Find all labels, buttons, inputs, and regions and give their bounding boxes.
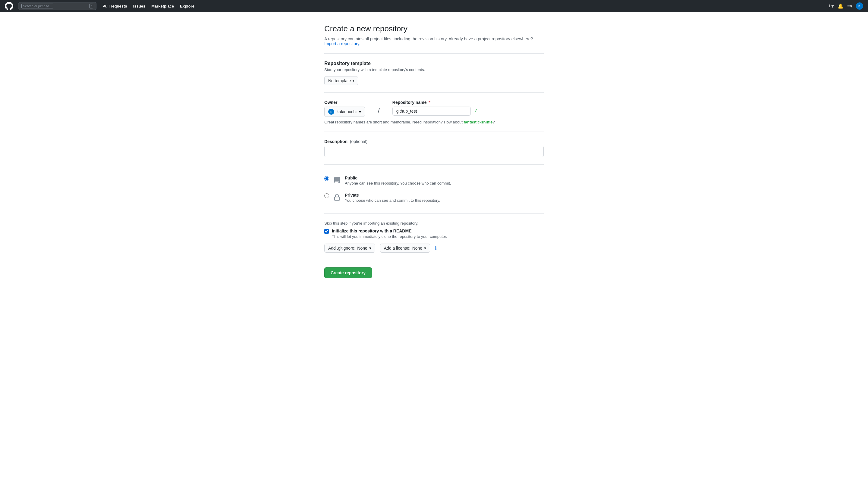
public-title: Public xyxy=(345,175,451,181)
gitignore-value: None xyxy=(357,246,367,251)
owner-name-text: kakinouchi xyxy=(337,109,357,114)
owner-dropdown-arrow: ▾ xyxy=(359,109,361,114)
page-subtitle: A repository contains all project files,… xyxy=(324,36,544,46)
plus-button[interactable]: +▾ xyxy=(828,3,834,9)
inbox-button[interactable]: ≡▾ xyxy=(847,3,852,9)
public-option: Public Anyone can see this repository. Y… xyxy=(324,172,544,189)
public-desc: Anyone can see this repository. You choo… xyxy=(345,181,451,186)
owner-label: Owner xyxy=(324,100,365,105)
license-arrow: ▾ xyxy=(424,246,426,251)
divider-1 xyxy=(324,53,544,54)
license-info-icon[interactable]: ℹ xyxy=(435,245,437,251)
private-icon xyxy=(332,193,342,202)
readme-checkbox-desc: This will let you immediately clone the … xyxy=(332,234,447,239)
private-desc: You choose who can see and commit to thi… xyxy=(345,198,440,203)
private-title: Private xyxy=(345,193,440,198)
nav-explore[interactable]: Explore xyxy=(180,4,194,8)
create-repository-button[interactable]: Create repository xyxy=(324,267,372,278)
repo-suggestion-link[interactable]: fantastic-sniffle xyxy=(463,120,492,124)
readme-checkbox-label: Initialize this repository with a README xyxy=(332,228,447,233)
nav-issues[interactable]: Issues xyxy=(133,4,145,8)
owner-repo-section: Owner K kakinouchi ▾ / Repository name *… xyxy=(324,100,544,117)
gitignore-dropdown-button[interactable]: Add .gitignore: None ▾ xyxy=(324,243,375,253)
owner-group: Owner K kakinouchi ▾ xyxy=(324,100,365,117)
license-label: Add a license: xyxy=(384,246,410,251)
template-dropdown-label: No template xyxy=(328,78,351,83)
divider-2 xyxy=(324,92,544,93)
main-content: Create a new repository A repository con… xyxy=(320,12,548,302)
template-desc: Start your repository with a template re… xyxy=(324,67,544,72)
slash-container: / xyxy=(375,100,383,117)
search-shortcut-badge: / xyxy=(89,4,93,8)
divider-3 xyxy=(324,132,544,132)
divider-5 xyxy=(324,214,544,214)
gitignore-arrow: ▾ xyxy=(369,246,371,251)
repo-name-label: Repository name * xyxy=(392,100,478,105)
slash-divider: / xyxy=(375,107,383,117)
user-avatar[interactable]: K xyxy=(856,2,863,10)
repo-name-hint: Great repository names are short and mem… xyxy=(324,120,544,124)
owner-dropdown-button[interactable]: K kakinouchi ▾ xyxy=(324,107,365,117)
search-placeholder-text: Search or jump to... xyxy=(21,4,53,8)
nav-links: Pull requests Issues Marketplace Explore xyxy=(102,4,194,8)
repo-valid-checkmark: ✓ xyxy=(474,107,478,116)
owner-avatar-icon: K xyxy=(328,109,334,115)
public-radio[interactable] xyxy=(324,176,329,181)
search-bar[interactable]: Search or jump to... / xyxy=(18,2,96,10)
import-repository-link[interactable]: Import a repository. xyxy=(324,41,360,46)
private-radio[interactable] xyxy=(324,193,329,198)
license-dropdown-button[interactable]: Add a license: None ▾ xyxy=(380,243,430,253)
nav-marketplace[interactable]: Marketplace xyxy=(151,4,174,8)
page-title: Create a new repository xyxy=(324,24,544,33)
repo-name-input[interactable] xyxy=(392,107,471,116)
github-logo[interactable] xyxy=(5,2,13,10)
gitignore-label: Add .gitignore: xyxy=(328,246,355,251)
license-value: None xyxy=(412,246,422,251)
addons-row: Add .gitignore: None ▾ Add a license: No… xyxy=(324,243,544,253)
public-icon xyxy=(332,175,342,185)
divider-6 xyxy=(324,260,544,260)
initialize-section: Skip this step if you're importing an ex… xyxy=(324,221,544,239)
description-label: Description (optional) xyxy=(324,139,544,144)
navbar: Search or jump to... / Pull requests Iss… xyxy=(0,0,868,12)
template-dropdown-button[interactable]: No template ▾ xyxy=(324,76,358,85)
readme-checkbox-option: Initialize this repository with a README… xyxy=(324,228,544,239)
required-star: * xyxy=(429,100,430,105)
private-option: Private You choose who can see and commi… xyxy=(324,189,544,206)
description-input[interactable] xyxy=(324,146,544,157)
repo-name-group: Repository name * ✓ xyxy=(392,100,478,117)
template-label: Repository template xyxy=(324,61,544,66)
readme-checkbox[interactable] xyxy=(324,229,329,234)
notification-bell-button[interactable]: 🔔 xyxy=(838,3,844,9)
description-optional: (optional) xyxy=(350,139,367,144)
template-dropdown-arrow: ▾ xyxy=(353,79,354,83)
skip-text: Skip this step if you're importing an ex… xyxy=(324,221,544,225)
template-section: Repository template Start your repositor… xyxy=(324,61,544,85)
navbar-right: +▾ 🔔 ≡▾ K xyxy=(828,2,863,10)
visibility-section: Public Anyone can see this repository. Y… xyxy=(324,172,544,206)
description-section: Description (optional) xyxy=(324,139,544,157)
nav-pull-requests[interactable]: Pull requests xyxy=(102,4,127,8)
